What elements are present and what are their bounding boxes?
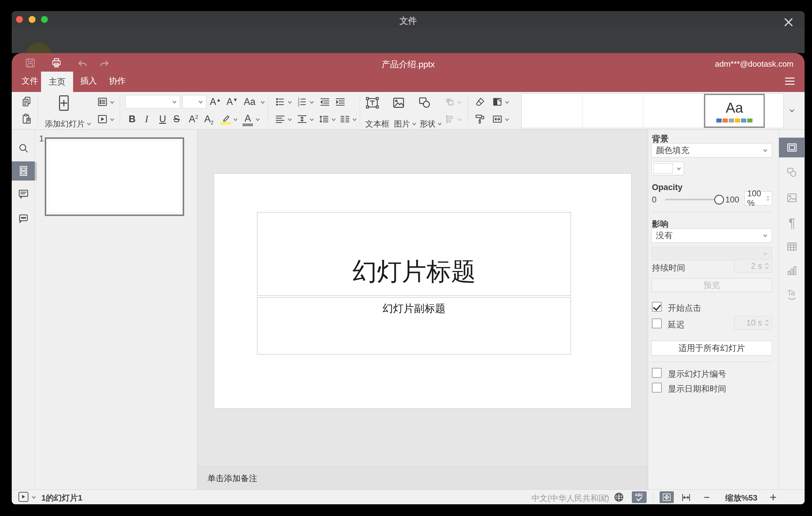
subtitle-placeholder[interactable]: 幻灯片副标题	[257, 297, 571, 354]
line-spacing-icon[interactable]	[318, 114, 329, 125]
comments-icon[interactable]	[18, 188, 29, 200]
superscript-button[interactable]: A2	[189, 114, 198, 124]
start-on-click-checkbox[interactable]	[652, 302, 662, 312]
chevron-down-icon[interactable]	[505, 118, 509, 121]
show-date-time-checkbox[interactable]	[652, 383, 662, 393]
chevron-down-icon[interactable]	[233, 118, 238, 121]
start-slideshow-icon[interactable]	[97, 114, 108, 125]
font-size-select[interactable]	[182, 95, 206, 109]
slide-settings-tab[interactable]	[779, 138, 805, 157]
spell-check-icon[interactable]: ABC	[632, 491, 647, 503]
chevron-down-icon[interactable]	[352, 118, 357, 121]
search-icon[interactable]	[18, 143, 29, 154]
duration-spinner: 2 s	[734, 259, 772, 273]
slide-layout-icon[interactable]	[97, 96, 108, 107]
chat-icon[interactable]	[18, 213, 29, 225]
bold-button[interactable]: B	[129, 114, 136, 124]
change-case-button[interactable]: Aa	[244, 97, 256, 107]
close-icon[interactable]	[782, 16, 795, 28]
vertical-align-icon[interactable]	[296, 114, 308, 125]
numbered-list-icon[interactable]: 123	[296, 96, 308, 107]
italic-button[interactable]: I	[145, 114, 148, 124]
add-slide-icon[interactable]	[57, 94, 70, 112]
tab-insert[interactable]: 插入	[78, 75, 99, 86]
chevron-up-icon[interactable]	[605, 495, 609, 498]
opacity-min: 0	[652, 195, 657, 205]
slide-size-icon[interactable]	[492, 114, 503, 125]
columns-icon[interactable]	[339, 114, 350, 125]
menu-icon[interactable]	[784, 77, 795, 86]
chevron-down-icon[interactable]	[256, 118, 260, 121]
chevron-down-icon[interactable]	[505, 101, 509, 104]
highlight-color-icon[interactable]	[220, 112, 231, 125]
chevron-down-icon[interactable]	[310, 118, 314, 121]
shape-settings-icon	[786, 167, 798, 178]
underline-button[interactable]: U	[159, 114, 166, 124]
increase-indent-icon[interactable]	[335, 96, 346, 107]
color-scheme-icon[interactable]	[492, 96, 503, 107]
strikethrough-button[interactable]: S	[173, 114, 180, 124]
slide-thumbnail[interactable]	[45, 137, 184, 216]
chevron-down-icon[interactable]	[288, 118, 292, 121]
decrease-font-button[interactable]: A▼	[227, 97, 238, 107]
language-selector[interactable]: 中文(中华人民共和国)	[531, 493, 609, 504]
chevron-down-icon[interactable]	[310, 101, 314, 104]
tab-home[interactable]: 主页	[41, 71, 73, 92]
horizontal-align-icon[interactable]	[274, 114, 286, 125]
subscript-button[interactable]: A2	[204, 114, 213, 125]
opacity-spinner[interactable]: 100 %	[745, 191, 772, 205]
theme-tile[interactable]	[522, 94, 582, 128]
fill-color-picker[interactable]	[651, 162, 684, 175]
paste-icon[interactable]	[21, 113, 32, 124]
align-objects-icon	[444, 114, 455, 125]
tab-collaboration[interactable]: 协作	[106, 75, 129, 86]
copy-icon[interactable]	[21, 96, 32, 107]
font-name-select[interactable]	[125, 95, 180, 109]
start-slideshow-button[interactable]	[19, 492, 28, 502]
zoom-out-button[interactable]: −	[704, 491, 710, 503]
opacity-slider-track[interactable]	[665, 199, 718, 200]
chevron-down-icon[interactable]	[110, 101, 114, 104]
increase-font-button[interactable]: A▲	[210, 97, 221, 107]
effect-select[interactable]: 没有	[651, 228, 772, 242]
zoom-in-button[interactable]: +	[770, 491, 777, 504]
gallery-expand-chevron-icon[interactable]	[789, 109, 795, 113]
title-placeholder[interactable]: 幻灯片标题	[257, 212, 571, 296]
show-slide-number-checkbox[interactable]	[652, 368, 662, 378]
bullet-list-icon[interactable]	[274, 96, 286, 107]
fill-type-select[interactable]: 颜色填充	[651, 143, 772, 157]
thumbnails-scrollbar[interactable]	[35, 162, 37, 180]
theme-tile[interactable]	[643, 94, 704, 128]
apply-to-all-slides-button[interactable]: 适用于所有幻灯片	[651, 341, 772, 355]
textbox-icon[interactable]	[365, 95, 380, 111]
delay-checkbox[interactable]	[652, 318, 662, 328]
theme-tile[interactable]	[582, 94, 643, 128]
slides-panel-tab[interactable]	[12, 162, 35, 180]
insert-image-button[interactable]: 图片	[394, 118, 416, 129]
decrease-indent-icon[interactable]	[319, 96, 330, 107]
chevron-down-icon[interactable]	[288, 101, 292, 104]
chevron-down-icon[interactable]	[110, 118, 114, 121]
fit-to-width-icon[interactable]	[681, 492, 691, 503]
add-slide-button[interactable]: 添加幻灯片	[45, 118, 91, 129]
notes-area[interactable]: 单击添加备注	[198, 467, 648, 489]
fit-to-slide-icon[interactable]	[660, 491, 674, 503]
chevron-down-icon[interactable]	[31, 496, 36, 499]
insert-shape-button[interactable]: 形状	[419, 118, 442, 129]
insert-shape-icon[interactable]	[418, 96, 431, 110]
chevron-down-icon[interactable]	[260, 101, 265, 104]
theme-tile-selected[interactable]: Aa	[704, 94, 765, 128]
slide[interactable]: 幻灯片标题 幻灯片副标题	[214, 173, 632, 409]
spinner-arrows-icon	[765, 263, 769, 269]
chevron-down-icon[interactable]	[331, 118, 336, 121]
opacity-slider-handle[interactable]	[714, 195, 724, 205]
tab-file[interactable]: 文件	[19, 75, 41, 86]
insert-image-icon[interactable]	[392, 96, 405, 110]
clear-style-icon[interactable]	[474, 96, 486, 107]
app-window: 文件 产品介绍.pptx adm***@dootask.com 文件 主页 插入…	[12, 11, 805, 504]
copy-style-icon[interactable]	[474, 114, 486, 125]
set-language-globe-icon[interactable]	[613, 492, 625, 503]
add-slide-label: 添加幻灯片	[45, 118, 85, 129]
font-color-icon[interactable]: A	[242, 114, 253, 126]
textbox-button[interactable]: 文本框	[365, 118, 389, 129]
